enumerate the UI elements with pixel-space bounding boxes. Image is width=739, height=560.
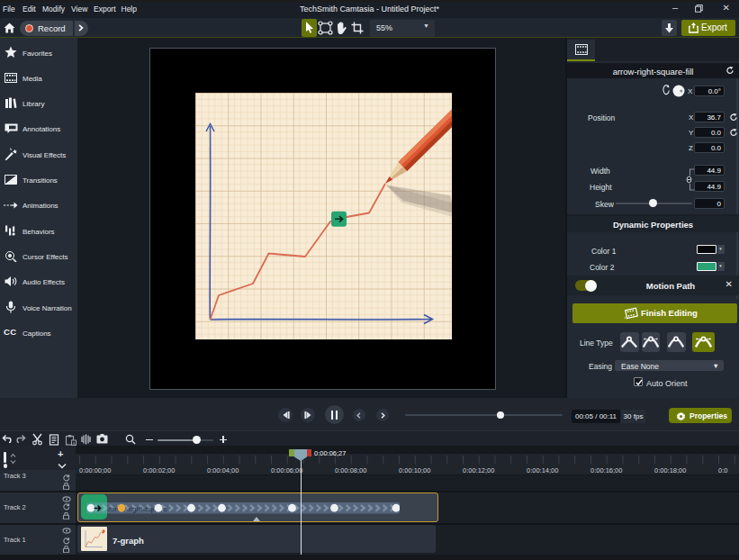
svg-text:0:0: 0:0 — [718, 466, 727, 474]
svg-text:0:00:14;00: 0:00:14;00 — [527, 466, 558, 474]
svg-text:0:00:00;00: 0:00:00;00 — [79, 466, 111, 474]
svg-text:0:00:18;00: 0:00:18;00 — [654, 466, 686, 474]
svg-text:0:00:10;00: 0:00:10;00 — [399, 466, 430, 474]
svg-text:0:00:16;00: 0:00:16;00 — [590, 466, 622, 474]
svg-text:0:00:04;00: 0:00:04;00 — [207, 466, 239, 474]
svg-text:0:00:06;00: 0:00:06;00 — [271, 466, 302, 474]
svg-text:0:00:02;00: 0:00:02;00 — [143, 466, 175, 474]
svg-text:0:00:08;00: 0:00:08;00 — [335, 466, 366, 474]
svg-text:0:00:12;00: 0:00:12;00 — [463, 466, 494, 474]
